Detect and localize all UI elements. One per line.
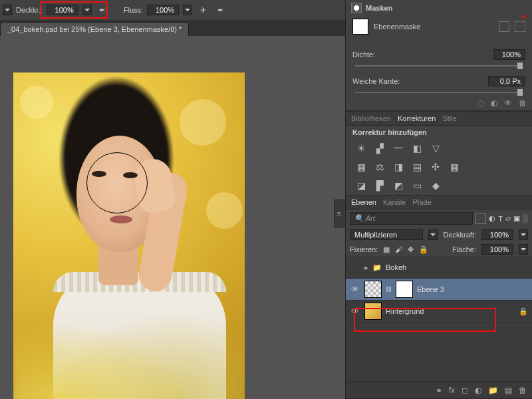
add-mask-icon[interactable]: ◻ bbox=[462, 386, 468, 395]
link-layers-icon[interactable]: ⚭ bbox=[436, 386, 442, 395]
filter-toggle[interactable] bbox=[523, 214, 528, 223]
vector-mask-icon[interactable] bbox=[515, 21, 525, 32]
levels-icon[interactable]: ▞ bbox=[374, 143, 386, 154]
expand-icon[interactable]: ▸ bbox=[364, 263, 368, 272]
mask-from-selection-icon[interactable]: ◌ bbox=[477, 98, 484, 108]
fx-icon[interactable]: fx bbox=[449, 386, 455, 395]
masks-panel: Masken Ebenenmaske Dichte: 100% Weiche K… bbox=[346, 0, 532, 112]
layers-tabs: Ebenen Kanäle Pfade bbox=[346, 196, 532, 209]
flow-label: Fluss: bbox=[124, 6, 143, 14]
masks-panel-title: Masken bbox=[366, 4, 392, 12]
layer-group-bokeh[interactable]: ▸ 📁 Bokeh bbox=[346, 257, 532, 279]
layer-filter-search[interactable]: 🔍 Art bbox=[350, 212, 473, 225]
pressure-opacity-icon[interactable]: ✒ bbox=[96, 3, 109, 17]
document-tab-title: _04_bokeh.psd bei 25% (Ebene 3, Ebenenma… bbox=[7, 25, 182, 33]
gradient-map-icon[interactable]: ▭ bbox=[411, 180, 423, 191]
adjustments-panel: Bibliotheken Korrekturen Stile Korrektur… bbox=[346, 112, 532, 196]
mid-tabs: Bibliotheken Korrekturen Stile bbox=[346, 112, 532, 126]
mask-link-icon[interactable]: ⛓ bbox=[386, 286, 392, 293]
blend-mode-select[interactable]: Multiplizieren bbox=[350, 229, 423, 240]
bw-icon[interactable]: ◨ bbox=[392, 162, 404, 172]
mask-thumbnail[interactable] bbox=[352, 19, 368, 35]
curves-icon[interactable]: 〰 bbox=[392, 143, 404, 154]
feather-label: Weiche Kante: bbox=[352, 77, 483, 85]
collapse-panels-icon[interactable]: ≡ bbox=[334, 200, 344, 227]
tab-ebenen[interactable]: Ebenen bbox=[351, 198, 376, 206]
filter-text-icon[interactable]: T bbox=[498, 215, 503, 223]
density-slider[interactable] bbox=[355, 65, 523, 66]
tab-stile[interactable]: Stile bbox=[442, 114, 456, 122]
tab-korrekturen[interactable]: Korrekturen bbox=[398, 114, 436, 122]
visibility-icon[interactable]: 👁 bbox=[350, 307, 360, 316]
selective-color-icon[interactable]: ◆ bbox=[430, 180, 442, 191]
flow-dropdown[interactable] bbox=[183, 5, 192, 15]
layer-ebene3[interactable]: 👁 ⛓ Ebene 3 bbox=[346, 279, 532, 301]
layer-opacity-value[interactable]: 100% bbox=[481, 229, 513, 240]
delete-mask-icon[interactable]: 🗑 bbox=[519, 98, 527, 108]
visibility-icon[interactable]: 👁 bbox=[350, 285, 360, 294]
layer-thumbnail[interactable] bbox=[364, 281, 382, 298]
filter-adjust-icon[interactable]: ◐ bbox=[489, 214, 495, 223]
lock-transparent-icon[interactable]: ▦ bbox=[383, 245, 390, 254]
lock-label: Fixieren: bbox=[350, 245, 378, 253]
blend-mode-dropdown[interactable] bbox=[428, 229, 438, 240]
canvas-area[interactable] bbox=[0, 36, 346, 399]
tab-pfade[interactable]: Pfade bbox=[412, 198, 432, 206]
layer-opacity-dropdown[interactable] bbox=[519, 229, 528, 240]
opacity-dropdown[interactable] bbox=[82, 5, 92, 15]
tab-kanaele[interactable]: Kanäle bbox=[383, 198, 406, 206]
delete-layer-icon[interactable]: 🗑 bbox=[519, 386, 527, 395]
invert-icon[interactable]: ◪ bbox=[355, 180, 367, 191]
posterize-icon[interactable]: ▛ bbox=[374, 180, 386, 191]
opacity-value[interactable]: 100% bbox=[47, 5, 78, 15]
document-image bbox=[13, 72, 245, 399]
fill-dropdown[interactable] bbox=[519, 244, 528, 255]
color-balance-icon[interactable]: ⚖ bbox=[374, 162, 386, 172]
filter-image-icon[interactable] bbox=[475, 213, 486, 224]
invert-mask-icon[interactable]: ◐ bbox=[491, 98, 497, 108]
disable-mask-icon[interactable]: 👁 bbox=[504, 98, 512, 108]
filter-shape-icon[interactable]: ▱ bbox=[505, 214, 511, 223]
folder-icon: 📁 bbox=[372, 263, 382, 272]
exposure-icon[interactable]: ◧ bbox=[411, 143, 423, 154]
feather-slider[interactable] bbox=[355, 92, 523, 93]
pressure-size-icon[interactable]: ✒ bbox=[213, 3, 227, 17]
brush-preset-dropdown[interactable] bbox=[3, 5, 12, 15]
lock-all-icon[interactable]: 🔒 bbox=[419, 245, 428, 254]
pixel-mask-icon[interactable] bbox=[499, 21, 509, 32]
layer-label: Ebene 3 bbox=[417, 285, 528, 293]
lock-icon: 🔒 bbox=[519, 307, 528, 316]
feather-value[interactable]: 0,0 Px bbox=[488, 76, 525, 86]
density-value[interactable]: 100% bbox=[493, 49, 525, 60]
new-group-icon[interactable]: 📁 bbox=[488, 386, 498, 395]
photo-filter-icon[interactable]: ▤ bbox=[411, 162, 423, 172]
layer-opacity-label: Deckkraft: bbox=[443, 231, 476, 239]
lock-pixels-icon[interactable]: 🖌 bbox=[395, 245, 402, 253]
opacity-label: Deckkr.: bbox=[16, 6, 43, 14]
filter-smart-icon[interactable]: ▣ bbox=[513, 214, 520, 223]
airbrush-icon[interactable]: ✈ bbox=[196, 3, 209, 17]
add-adjustment-label: Korrektur hinzufügen bbox=[352, 128, 427, 136]
layer-hintergrund[interactable]: 👁 Hintergrund 🔒 bbox=[346, 301, 532, 323]
tab-bibliotheken[interactable]: Bibliotheken bbox=[351, 114, 391, 122]
adjustments-row-3: ◪ ▛ ◩ ▭ ◆ bbox=[346, 176, 532, 195]
layer-thumbnail[interactable] bbox=[364, 303, 382, 320]
threshold-icon[interactable]: ◩ bbox=[392, 180, 404, 191]
new-adjustment-icon[interactable]: ◐ bbox=[475, 386, 481, 395]
lut-icon[interactable]: ▦ bbox=[448, 162, 460, 172]
document-tab[interactable]: _04_bokeh.psd bei 25% (Ebene 3, Ebenenma… bbox=[0, 22, 189, 36]
fill-label: Fläche: bbox=[452, 245, 476, 253]
brightness-icon[interactable]: ☀ bbox=[355, 143, 367, 154]
density-label: Dichte: bbox=[352, 51, 488, 59]
mask-mode-icon[interactable] bbox=[351, 3, 362, 13]
fill-value[interactable]: 100% bbox=[481, 244, 513, 255]
channel-mixer-icon[interactable]: ✣ bbox=[430, 162, 442, 172]
vibrance-icon[interactable]: ▽ bbox=[430, 143, 442, 154]
new-layer-icon[interactable]: ▤ bbox=[505, 386, 512, 395]
mask-thumbnail[interactable] bbox=[396, 281, 413, 298]
lock-position-icon[interactable]: ✥ bbox=[408, 245, 414, 254]
hue-sat-icon[interactable]: ▦ bbox=[355, 162, 367, 172]
flow-value[interactable]: 100% bbox=[147, 5, 179, 15]
layers-panel: Ebenen Kanäle Pfade 🔍 Art ◐ T ▱ ▣ Multip… bbox=[346, 196, 532, 399]
layer-list: ▸ 📁 Bokeh 👁 ⛓ Ebene 3 👁 Hintergrund 🔒 bbox=[346, 257, 532, 323]
